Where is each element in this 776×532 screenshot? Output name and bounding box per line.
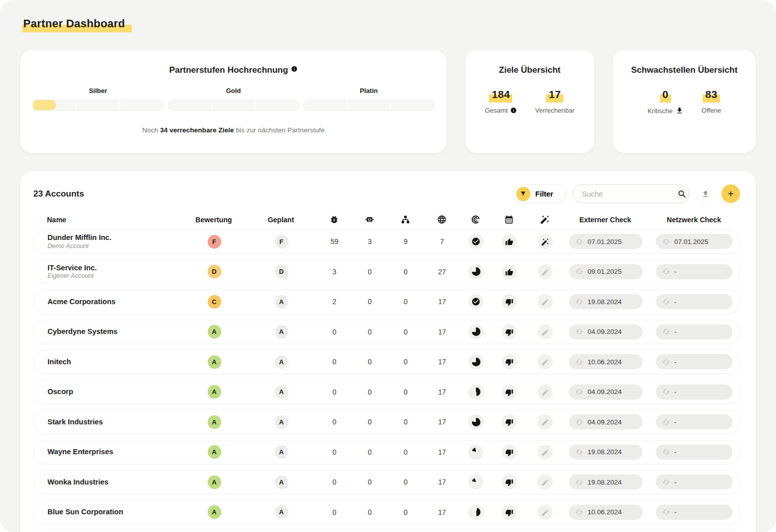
globe-count: 17: [424, 328, 460, 336]
bewertung-badge: F: [208, 235, 221, 249]
netzwerk-check-pill[interactable]: -: [656, 294, 733, 309]
edit-circle[interactable]: [538, 505, 553, 520]
vote-circle[interactable]: [502, 505, 517, 520]
externer-check-pill[interactable]: 19.08.2024: [569, 294, 643, 309]
geplant-badge: A: [275, 355, 288, 369]
netzwerk-check-pill[interactable]: -: [656, 505, 733, 520]
radar-icon: [460, 215, 491, 224]
status-circle[interactable]: [468, 264, 483, 279]
netzwerk-check-pill[interactable]: -: [656, 264, 733, 279]
robot-count: 0: [352, 388, 387, 396]
edit-circle[interactable]: [538, 474, 553, 490]
table-row[interactable]: Dunder Mifflin Inc. Demo Account F F 59 …: [33, 229, 740, 254]
summary-cards-row: Partnerstufen Hochrechnung Silber Gold P…: [20, 50, 756, 153]
table-row[interactable]: Blue Sun Corporation A A 0 0 0 17 10.06.…: [33, 500, 740, 524]
edit-circle[interactable]: [538, 384, 553, 400]
table-row[interactable]: Acme Corporations C A 2 0 0 17 19.08.202…: [33, 289, 740, 314]
pencil-icon: [541, 298, 549, 306]
refresh-icon: [575, 358, 583, 366]
bug-count: 0: [317, 448, 352, 456]
table-row[interactable]: Oscorp A A 0 0 0 17 04.09.2024 -: [33, 380, 740, 404]
edit-circle[interactable]: [538, 264, 553, 279]
vote-circle[interactable]: [502, 474, 517, 490]
add-account-button[interactable]: [721, 184, 740, 203]
externer-check-pill[interactable]: 10.06.2024: [569, 505, 643, 520]
refresh-icon: [662, 388, 670, 396]
status-circle[interactable]: [468, 324, 483, 340]
vote-circle[interactable]: [502, 384, 517, 400]
thumb-up-icon: [505, 268, 513, 276]
edit-circle[interactable]: [538, 234, 553, 249]
thumb-down-icon: [505, 388, 513, 396]
externer-check-pill[interactable]: 04.09.2024: [569, 324, 643, 340]
vote-circle[interactable]: [502, 234, 517, 249]
account-name: Blue Sun Corporation: [47, 508, 182, 516]
netzwerk-check-pill[interactable]: -: [656, 324, 733, 340]
refresh-icon: [662, 328, 670, 335]
externer-check-pill[interactable]: 04.09.2024: [569, 384, 643, 400]
externer-check-pill[interactable]: 04.09.2024: [569, 414, 643, 429]
edit-circle[interactable]: [538, 324, 553, 340]
status-circle[interactable]: [468, 474, 483, 490]
column-bewertung: Bewertung: [182, 216, 246, 224]
externer-check-date: 09.01.2025: [588, 268, 622, 275]
vote-circle[interactable]: [502, 324, 517, 340]
externer-check-pill[interactable]: 19.08.2024: [569, 445, 643, 460]
status-circle[interactable]: [468, 354, 483, 369]
vote-circle[interactable]: [502, 294, 517, 309]
netzwerk-check-pill[interactable]: -: [656, 354, 733, 369]
accounts-rows: Dunder Mifflin Inc. Demo Account F F 59 …: [33, 229, 740, 532]
netzwerk-check-pill[interactable]: -: [656, 445, 733, 460]
vote-circle[interactable]: [502, 354, 517, 369]
table-row[interactable]: Wonka Industries A A 0 0 0 17 19.08.2024: [33, 470, 740, 494]
externer-check-pill[interactable]: 19.08.2024: [569, 474, 643, 490]
netzwerk-check-date: -: [674, 388, 677, 396]
search-input[interactable]: [581, 189, 677, 199]
status-circle[interactable]: [468, 505, 483, 520]
edit-circle[interactable]: [538, 414, 553, 429]
info-icon[interactable]: [291, 66, 298, 72]
externer-check-pill[interactable]: 07.01.2025: [569, 234, 643, 249]
table-row[interactable]: Initech A A 0 0 0 17 10.06.2024 -: [33, 350, 740, 374]
netzwerk-check-date: -: [674, 268, 677, 275]
externer-check-pill[interactable]: 10.06.2024: [569, 354, 643, 369]
edit-circle[interactable]: [538, 354, 553, 369]
vote-circle[interactable]: [502, 445, 517, 460]
download-icon[interactable]: [675, 107, 684, 115]
column-netzwerk-check: Netzwerk Check: [648, 216, 740, 224]
table-row[interactable]: Cyberdyne Systems A A 0 0 0 17 04.09.202…: [33, 320, 740, 344]
netzwerk-check-pill[interactable]: -: [656, 474, 733, 490]
funnel-icon: [516, 187, 530, 201]
upload-button[interactable]: [696, 184, 715, 203]
info-icon[interactable]: [510, 107, 517, 114]
schwachstellen-title: Schwachstellen Übersicht: [613, 65, 756, 75]
table-row[interactable]: Wayne Enterprises A A 0 0 0 17 19.08.202…: [33, 440, 740, 464]
netzwerk-check-date: -: [674, 358, 677, 366]
table-row[interactable]: Stark Industries A A 0 0 0 17 04.09.2024: [33, 410, 740, 434]
vote-circle[interactable]: [502, 414, 517, 429]
filter-button[interactable]: Filter: [513, 184, 566, 203]
sitemap-count: 0: [387, 418, 424, 426]
robot-count: 0: [352, 298, 387, 306]
status-circle[interactable]: [468, 445, 483, 460]
thumb-down-icon: [505, 358, 513, 366]
search-box[interactable]: [572, 184, 690, 203]
accounts-count: 23 Accounts: [33, 189, 84, 199]
status-circle[interactable]: [468, 384, 483, 400]
thumb-down-icon: [505, 478, 513, 486]
level-label-gold: Gold: [168, 87, 299, 94]
table-row[interactable]: IT-Service Inc. Eigener Account D D 3 0 …: [33, 260, 740, 284]
netzwerk-check-pill[interactable]: -: [656, 414, 733, 429]
edit-circle[interactable]: [538, 294, 553, 309]
schwachstellen-card: Schwachstellen Übersicht 0 Kritische 83 …: [613, 50, 756, 153]
table-row[interactable]: [33, 530, 740, 532]
edit-circle[interactable]: [538, 445, 553, 460]
status-circle[interactable]: [468, 294, 483, 309]
netzwerk-check-pill[interactable]: -: [656, 384, 733, 400]
bewertung-badge: A: [208, 415, 221, 429]
status-circle[interactable]: [468, 414, 483, 429]
netzwerk-check-pill[interactable]: 07.01.2025: [656, 234, 733, 249]
status-circle[interactable]: [468, 234, 483, 249]
externer-check-pill[interactable]: 09.01.2025: [569, 264, 643, 279]
vote-circle[interactable]: [502, 264, 517, 279]
